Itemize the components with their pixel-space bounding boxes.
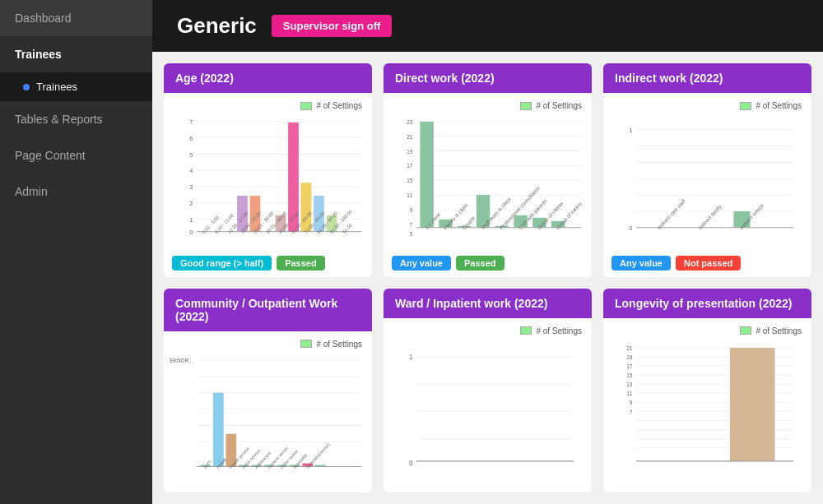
legend-box-icon: [740, 102, 751, 110]
community-legend: # of Settings: [170, 340, 365, 349]
legend-box-icon: [520, 326, 532, 335]
card-indirect-work: Indirect work (2022) # of Settings: [603, 63, 811, 277]
svg-text:3: 3: [189, 183, 193, 191]
direct-chart: 23 21 19 17 15 11 9 7 5: [390, 113, 585, 244]
supervisor-signoff-button[interactable]: Supervisor sign off: [272, 15, 392, 37]
card-direct-work: Direct work (2022) # of Settings: [384, 63, 592, 277]
svg-text:1: 1: [189, 216, 193, 224]
badge-good-range: Good range (> half): [172, 256, 272, 270]
sidebar-sub-trainees[interactable]: Trainees: [0, 72, 152, 101]
card-community-header: Community / Outpatient Work (2022): [164, 289, 372, 331]
longevity-chart: 21 19 17 15 13 11 9 7: [610, 339, 805, 474]
cards-grid: Age (2022) # of Settings: [152, 52, 823, 504]
svg-text:15: 15: [407, 178, 412, 183]
legend-box-icon: [300, 102, 312, 110]
svg-text:19: 19: [407, 148, 412, 154]
card-longevity-footer: [603, 481, 811, 492]
sidebar-item-dashboard[interactable]: Dashboard: [0, 0, 152, 36]
main-content: Generic Supervisor sign off Age (2022) #…: [152, 0, 823, 504]
svg-text:11: 11: [626, 391, 632, 398]
card-age-footer: Good range (> half) Passed: [164, 251, 372, 277]
svg-text:Indirect family: Indirect family: [697, 203, 723, 231]
svg-text:0: 0: [189, 228, 193, 235]
indirect-legend: # of Settings: [610, 101, 805, 110]
svg-text:21: 21: [407, 133, 412, 139]
svg-rect-97: [213, 392, 224, 466]
svg-text:5: 5: [410, 230, 413, 236]
svg-text:9: 9: [630, 400, 633, 407]
svg-text:0: 0: [409, 459, 413, 467]
card-indirect-body: # of Settings 1 0: [603, 93, 811, 251]
card-direct-header: Direct work (2022): [384, 63, 592, 93]
sidebar-item-tables-reports[interactable]: Tables & Reports: [0, 101, 152, 137]
sidebar-item-trainees[interactable]: Trainees: [0, 36, 152, 72]
svg-rect-57: [420, 122, 433, 228]
legend-box-icon: [740, 326, 751, 335]
svg-text:13: 13: [626, 381, 632, 388]
ward-legend: # of Settings: [390, 326, 585, 335]
age-chart-svg: 7 6 5 4 3 2 1 0: [170, 113, 365, 244]
card-longevity-header: Longevity of presentation (2022): [603, 289, 811, 318]
svg-text:9: 9: [410, 207, 413, 213]
svg-text:2: 2: [189, 200, 193, 207]
svg-text:6: 6: [189, 134, 193, 141]
card-direct-footer: Any value Passed: [384, 251, 592, 277]
indirect-chart-svg: 1 0 Indirect care staff Indirect family …: [610, 113, 805, 244]
svg-text:15: 15: [626, 372, 632, 379]
card-community-body: # of Settings 0-AEKNOR...: [164, 331, 372, 481]
card-direct-body: # of Settings 23: [384, 93, 592, 251]
svg-text:23: 23: [407, 119, 412, 125]
badge-not-passed: Not passed: [676, 256, 741, 270]
sidebar-item-page-content[interactable]: Page Content: [0, 137, 152, 173]
card-longevity-body: # of Settings: [603, 318, 811, 481]
card-age: Age (2022) # of Settings: [164, 63, 372, 277]
svg-text:17: 17: [626, 363, 632, 370]
svg-text:0-AEKNOR...: 0-AEKNOR...: [170, 357, 193, 363]
sidebar: Dashboard Trainees Trainees Tables & Rep…: [0, 0, 152, 504]
svg-text:5: 5: [189, 150, 193, 158]
badge-passed: Passed: [277, 256, 325, 270]
card-ward-footer: [384, 481, 592, 492]
legend-box-icon: [520, 102, 532, 110]
active-dot-icon: [23, 84, 30, 90]
svg-text:91.00: 91.00: [342, 222, 353, 234]
longevity-chart-svg: 21 19 17 15 13 11 9 7: [610, 339, 805, 474]
ward-chart: 1 0: [390, 339, 585, 474]
badge-passed: Passed: [456, 256, 504, 270]
indirect-chart: 1 0 Indirect care staff Indirect family …: [610, 113, 805, 244]
svg-text:IAPT: IAPT: [202, 458, 212, 469]
direct-legend: # of Settings: [390, 101, 585, 110]
svg-text:19: 19: [626, 354, 632, 361]
svg-rect-143: [730, 348, 775, 461]
svg-text:17: 17: [407, 163, 412, 169]
svg-text:Indirect care staff: Indirect care staff: [656, 197, 686, 230]
age-chart: 7 6 5 4 3 2 1 0: [170, 113, 365, 244]
card-community-footer: [164, 481, 372, 492]
page-header: Generic Supervisor sign off: [152, 0, 823, 52]
svg-text:1: 1: [409, 353, 413, 361]
ward-chart-svg: 1 0: [390, 339, 585, 474]
badge-any-value: Any value: [611, 256, 671, 270]
card-age-body: # of Settings 7 6: [164, 93, 372, 251]
age-legend: # of Settings: [170, 101, 365, 110]
card-age-header: Age (2022): [164, 63, 372, 93]
svg-text:7: 7: [410, 222, 413, 228]
svg-text:0: 0: [629, 224, 632, 231]
svg-text:7: 7: [189, 118, 193, 126]
svg-text:7: 7: [630, 409, 633, 416]
badge-any-value: Any value: [392, 256, 451, 270]
svg-text:4: 4: [189, 167, 193, 174]
longevity-legend: # of Settings: [610, 326, 805, 335]
sidebar-item-admin[interactable]: Admin: [0, 173, 152, 210]
community-chart-svg: 0-AEKNOR...: [170, 352, 365, 474]
direct-chart-svg: 23 21 19 17 15 11 9 7 5: [390, 113, 585, 244]
svg-text:Couple: Couple: [461, 214, 476, 230]
legend-box-icon: [300, 340, 312, 348]
card-ward-header: Ward / Inpatient work (2022): [384, 289, 592, 318]
card-indirect-footer: Any value Not passed: [603, 251, 811, 277]
card-indirect-header: Indirect work (2022): [603, 63, 811, 93]
card-ward-body: # of Settings 1 0: [384, 318, 592, 481]
card-ward: Ward / Inpatient work (2022) # of Settin…: [384, 289, 592, 492]
svg-text:21: 21: [626, 344, 632, 352]
svg-text:1: 1: [629, 127, 632, 134]
